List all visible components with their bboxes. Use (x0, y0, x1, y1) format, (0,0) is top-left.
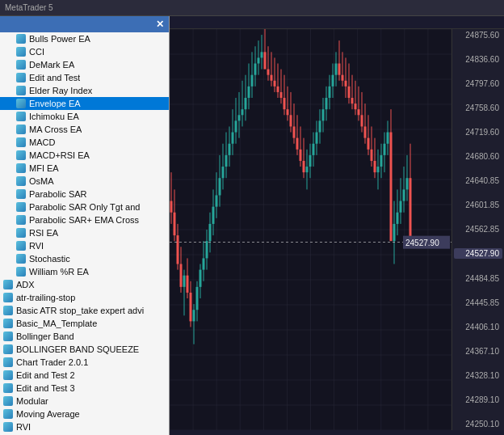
nav-item-label: Bollinger Band (16, 332, 74, 341)
nav-item-parabolic-sar-tgt[interactable]: Parabolic SAR Only Tgt and (0, 201, 169, 213)
ea-icon (16, 267, 26, 277)
nav-item-stochastic[interactable]: Stochastic (0, 252, 169, 265)
nav-item-label: Parabolic SAR (29, 189, 87, 199)
nav-item-edit-test-3[interactable]: Edit and Test 3 (0, 382, 169, 395)
nav-item-adx[interactable]: ADX (0, 278, 169, 291)
nav-item-bollinger[interactable]: Bollinger Band (0, 330, 169, 343)
ea-icon (16, 176, 26, 186)
nav-item-label: Edit and Test 2 (16, 370, 75, 380)
nav-item-label: Basic_MA_Template (16, 319, 97, 328)
nav-item-ma-cross[interactable]: MA Cross EA (0, 123, 169, 136)
nav-item-rvi[interactable]: RVI (0, 239, 169, 252)
app-info: MetaTrader 5 (5, 3, 53, 12)
nav-item-label: BOLLINGER BAND SQUEEZE (16, 344, 139, 354)
ea-icon (16, 73, 26, 82)
candle-chart[interactable] (170, 29, 452, 430)
nav-item-basic-ma[interactable]: Basic_MA_Template (0, 317, 169, 330)
ea-icon (16, 86, 26, 95)
nav-item-label: atr-trailing-stop (16, 293, 75, 302)
nav-item-label: Moving Average (16, 409, 80, 419)
price-label: 24562.85 (454, 225, 502, 234)
nav-item-parabolic-sar-ema[interactable]: Parabolic SAR+ EMA Cross (0, 213, 169, 226)
ea-icon (3, 280, 13, 289)
nav-item-label: RSI EA (29, 228, 58, 238)
price-label: 24719.60 (454, 128, 502, 137)
price-label: 24797.60 (454, 79, 502, 88)
price-label: 24367.10 (454, 347, 502, 356)
ea-icon (16, 228, 26, 238)
nav-item-label: Elder Ray Index (29, 86, 92, 95)
ea-icon (3, 293, 13, 302)
chart-ohlc (179, 18, 191, 27)
nav-item-parabolic-sar[interactable]: Parabolic SAR (0, 188, 169, 201)
nav-item-demark[interactable]: DeMark EA (0, 58, 169, 71)
nav-item-label: Chart Trader 2.0.1 (16, 357, 88, 367)
nav-item-cci[interactable]: CCI (0, 45, 169, 58)
price-label: 24680.60 (454, 152, 502, 161)
nav-item-label: RVI (16, 422, 31, 432)
ea-icon (16, 47, 26, 57)
navigator-list[interactable]: Bulls Power EACCIDeMark EAEdit and TestE… (0, 32, 169, 435)
ea-icon (3, 332, 13, 341)
nav-item-label: RVI (29, 241, 44, 251)
ea-icon (3, 422, 13, 432)
nav-item-chart-trader[interactable]: Chart Trader 2.0.1 (0, 356, 169, 369)
nav-item-label: Basic ATR stop_take expert advi (16, 306, 144, 315)
top-bar: MetaTrader 5 (0, 0, 504, 16)
nav-item-william-r[interactable]: William %R EA (0, 265, 169, 278)
nav-item-macd-rsi[interactable]: MACD+RSI EA (0, 149, 169, 162)
price-label: 24836.60 (454, 55, 502, 64)
nav-item-envelope[interactable]: Envelope EA (0, 97, 169, 110)
ea-icon (3, 319, 13, 328)
ea-icon (3, 370, 13, 380)
ea-icon (16, 163, 26, 173)
price-label: 24640.85 (454, 176, 502, 185)
price-label: 24758.60 (454, 103, 502, 112)
ea-icon (3, 396, 13, 406)
nav-item-label: Edit and Test 3 (16, 383, 75, 393)
nav-item-macd[interactable]: MACD (0, 136, 169, 149)
nav-item-atr-trailing[interactable]: atr-trailing-stop (0, 291, 169, 304)
nav-item-label: Ichimoku EA (29, 112, 79, 121)
ea-icon (3, 409, 13, 419)
price-label: 24406.10 (454, 323, 502, 332)
ea-icon (16, 150, 26, 160)
nav-item-label: Edit and Test (29, 73, 80, 82)
nav-item-label: CCI (29, 47, 44, 57)
nav-item-bulls-power[interactable]: Bulls Power EA (0, 32, 169, 45)
nav-item-edit-test-2[interactable]: Edit and Test 2 (0, 369, 169, 382)
nav-item-label: MA Cross EA (29, 125, 82, 134)
price-label: 24527.90 (454, 248, 502, 259)
nav-item-label: DeMark EA (29, 60, 74, 70)
nav-item-bollinger-squeeze[interactable]: BOLLINGER BAND SQUEEZE (0, 343, 169, 356)
nav-item-rvi2[interactable]: RVI (0, 420, 169, 433)
ea-icon (3, 357, 13, 367)
nav-item-label: MFI EA (29, 163, 59, 173)
ea-icon (3, 383, 13, 393)
nav-item-ichimoku[interactable]: Ichimoku EA (0, 110, 169, 123)
ea-icon (16, 189, 26, 199)
ea-icon (16, 137, 26, 147)
ea-icon (16, 125, 26, 134)
chart-header (170, 16, 504, 29)
ea-icon (16, 99, 26, 108)
ea-icon (16, 241, 26, 251)
nav-item-osma[interactable]: OsMA (0, 175, 169, 188)
nav-item-mfi[interactable]: MFI EA (0, 162, 169, 175)
nav-item-rsi[interactable]: RSI EA (0, 226, 169, 239)
ea-icon (16, 60, 26, 70)
navigator-title: ✕ (0, 16, 169, 32)
nav-item-elder-ray[interactable]: Elder Ray Index (0, 84, 169, 97)
nav-item-modular[interactable]: Modular (0, 395, 169, 408)
close-icon[interactable]: ✕ (156, 19, 164, 30)
nav-item-label: OsMA (29, 176, 54, 186)
nav-item-edit-test[interactable]: Edit and Test (0, 71, 169, 84)
nav-item-moving-average[interactable]: Moving Average (0, 408, 169, 420)
ea-icon (16, 34, 26, 44)
price-label: 24250.10 (454, 420, 502, 429)
nav-item-basic-atr[interactable]: Basic ATR stop_take expert advi (0, 304, 169, 317)
price-label: 24328.10 (454, 371, 502, 380)
main-content: ✕ Bulls Power EACCIDeMark EAEdit and Tes… (0, 16, 504, 435)
ea-icon (3, 306, 13, 315)
nav-item-label: William %R EA (29, 267, 89, 277)
